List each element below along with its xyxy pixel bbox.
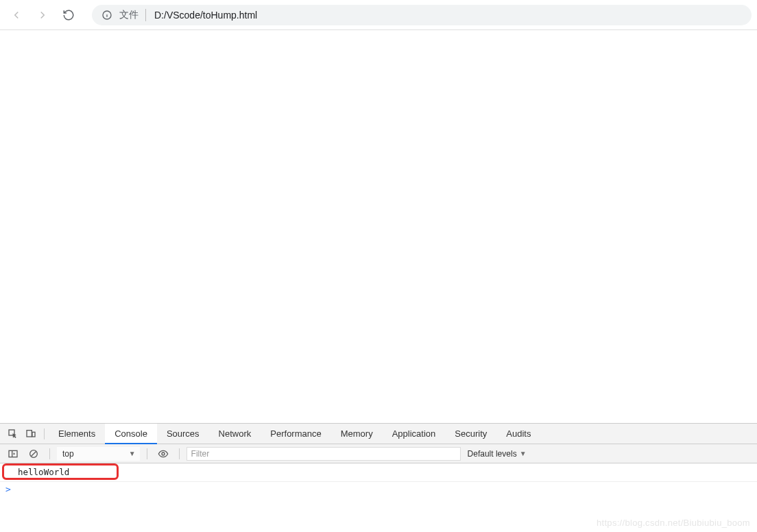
divider [44,428,45,439]
log-levels-selector[interactable]: Default levels ▼ [468,449,527,459]
tab-audits[interactable]: Audits [496,424,540,444]
address-bar[interactable]: 文件 D:/VScode/toHump.html [92,5,752,25]
divider [49,448,50,459]
chevron-down-icon: ▼ [520,450,527,457]
tab-console[interactable]: Console [105,424,157,444]
arrow-right-icon [36,9,49,21]
forward-button[interactable] [32,4,53,26]
chevron-down-icon: ▼ [129,450,136,457]
filter-input[interactable] [187,447,461,461]
address-scheme-label: 文件 [119,9,146,21]
devtools-panel: Elements Console Sources Network Perform… [0,423,757,532]
svg-rect-4 [27,430,32,436]
clear-icon [28,448,39,459]
page-viewport [0,30,757,423]
inspect-icon [8,428,19,439]
reload-button[interactable] [58,4,80,26]
tab-network[interactable]: Network [209,424,261,444]
tab-performance[interactable]: Performance [261,424,331,444]
svg-line-9 [32,451,36,456]
device-toolbar-button[interactable] [22,425,40,443]
sidebar-icon [8,448,19,459]
context-selector[interactable]: top ▼ [57,447,140,461]
arrow-left-icon [10,9,23,21]
svg-rect-6 [9,450,17,457]
back-button[interactable] [5,4,27,26]
eye-icon [158,448,169,459]
inspect-element-button[interactable] [4,425,22,443]
svg-rect-5 [32,432,35,437]
tab-sources[interactable]: Sources [157,424,209,444]
tab-elements[interactable]: Elements [49,424,105,444]
tab-application[interactable]: Application [383,424,446,444]
divider [147,448,147,459]
console-toolbar: top ▼ Default levels ▼ [0,444,757,463]
context-label: top [62,449,74,459]
tab-memory[interactable]: Memory [331,424,383,444]
live-expression-button[interactable] [154,445,172,463]
divider [179,448,180,459]
tab-security[interactable]: Security [445,424,496,444]
console-output: helloWorld > [0,463,757,532]
console-log-line[interactable]: helloWorld [0,463,757,482]
console-sidebar-toggle[interactable] [4,445,22,463]
devtools-tab-bar: Elements Console Sources Network Perform… [0,424,757,444]
levels-label: Default levels [468,449,517,459]
clear-console-button[interactable] [25,445,43,463]
browser-toolbar: 文件 D:/VScode/toHump.html [0,0,757,30]
device-icon [25,428,36,439]
svg-point-10 [162,452,165,455]
console-prompt[interactable]: > [0,482,757,496]
info-icon [101,10,112,21]
reload-icon [62,9,75,21]
address-path: D:/VScode/toHump.html [154,10,257,21]
